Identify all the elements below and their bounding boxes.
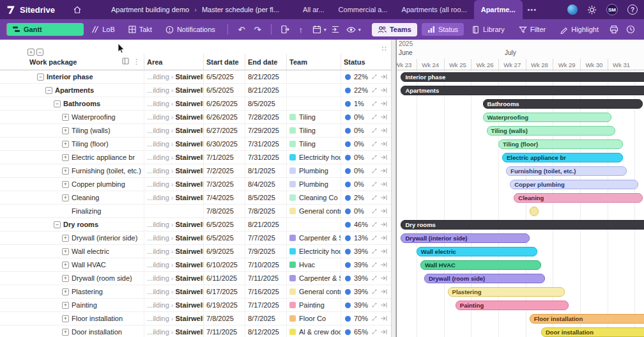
- team-cell[interactable]: Painting: [286, 299, 341, 311]
- gantt-bar[interactable]: Painting: [456, 301, 569, 310]
- calendar-icon[interactable]: [310, 22, 324, 36]
- settings-gear-icon[interactable]: [587, 5, 597, 15]
- area-cell[interactable]: ...ilding › Stairwell A: [144, 164, 203, 177]
- work-package-cell[interactable]: + Copper plumbing: [0, 178, 144, 191]
- work-package-cell[interactable]: + Plastering: [0, 285, 144, 298]
- team-cell[interactable]: Cleaning Co: [286, 191, 341, 204]
- go-to-bar-icon[interactable]: [380, 74, 387, 80]
- table-row[interactable]: + Tiling (floor) ...ilding › Stairwell A…: [0, 137, 391, 151]
- start-date-cell[interactable]: 6/30/2025: [203, 137, 245, 150]
- go-to-bar-icon[interactable]: [380, 87, 387, 93]
- end-date-cell[interactable]: 7/8/2025: [245, 205, 286, 217]
- gantt-bar[interactable]: Drywall (room side): [424, 274, 545, 283]
- work-package-cell[interactable]: + Drywall (interior side): [0, 231, 144, 244]
- work-package-cell[interactable]: − Apartments: [0, 84, 144, 97]
- start-date-cell[interactable]: 6/19/2025: [203, 299, 245, 311]
- col-header-end-date[interactable]: End date: [245, 54, 286, 70]
- team-cell[interactable]: Tiling: [286, 111, 341, 123]
- area-cell[interactable]: ...ilding › Stairwell A: [144, 124, 203, 137]
- expand-toggle[interactable]: +: [62, 248, 69, 255]
- end-date-cell[interactable]: 8/4/2025: [245, 178, 286, 191]
- start-date-cell[interactable]: 6/17/2025: [203, 285, 245, 298]
- breadcrumb-project[interactable]: Apartment building demo: [111, 6, 189, 13]
- end-date-cell[interactable]: 8/21/2025: [245, 84, 286, 97]
- end-date-cell[interactable]: 8/21/2025: [245, 70, 286, 83]
- gantt-bar[interactable]: Tiling (walls): [487, 126, 615, 136]
- expand-toggle[interactable]: +: [62, 288, 69, 295]
- work-package-cell[interactable]: + Electric appliance br: [0, 151, 144, 164]
- updates-icon[interactable]: [567, 4, 578, 15]
- go-to-bar-icon[interactable]: [380, 275, 387, 281]
- dependency-icon[interactable]: [371, 168, 378, 174]
- dependency-icon[interactable]: [371, 127, 378, 134]
- export-icon[interactable]: [278, 22, 292, 36]
- expand-toggle[interactable]: +: [62, 194, 69, 201]
- go-to-bar-icon[interactable]: [380, 181, 387, 187]
- start-date-cell[interactable]: 7/8/2025: [203, 205, 245, 217]
- expand-toggle[interactable]: −: [54, 100, 61, 107]
- area-cell[interactable]: ...ilding › Stairwell A: [144, 299, 203, 311]
- area-cell[interactable]: ...ilding › Stairwell A: [144, 151, 203, 164]
- work-package-cell[interactable]: − Dry rooms: [0, 218, 144, 231]
- area-cell[interactable]: ...ilding › Stairwell A: [144, 245, 203, 258]
- schedule-tab[interactable]: Apartments (all roo...: [395, 0, 474, 19]
- expand-toggle[interactable]: +: [62, 262, 69, 269]
- gantt-bar[interactable]: [530, 207, 539, 216]
- area-cell[interactable]: ...ilding › Stairwell A: [144, 84, 203, 97]
- dependency-icon[interactable]: [371, 248, 378, 255]
- lob-view-button[interactable]: LoB: [86, 23, 121, 36]
- gantt-bar[interactable]: Electric appliance br: [502, 153, 623, 162]
- expand-toggle[interactable]: +: [62, 127, 69, 134]
- dependency-icon[interactable]: [371, 100, 378, 107]
- team-cell[interactable]: Carpenter & S...: [286, 231, 341, 244]
- col-header-start-date[interactable]: Start date: [203, 54, 245, 70]
- expand-toggle[interactable]: +: [62, 329, 69, 336]
- table-row[interactable]: + Door installation ...ilding › Stairwel…: [0, 325, 391, 337]
- col-header-team[interactable]: Team: [286, 54, 341, 70]
- go-to-bar-icon[interactable]: [380, 100, 387, 107]
- start-date-cell[interactable]: 6/9/2025: [203, 245, 245, 258]
- undo-button[interactable]: ↶: [234, 22, 249, 36]
- table-row[interactable]: − Interior phase ...ilding › Stairwell A…: [0, 70, 391, 84]
- schedule-tab[interactable]: All ar...: [296, 0, 332, 19]
- table-row[interactable]: + Plastering ...ilding › Stairwell A 6/1…: [0, 285, 391, 299]
- area-cell[interactable]: ...ilding › Stairwell A: [144, 272, 203, 285]
- dependency-icon[interactable]: [371, 74, 378, 80]
- team-cell[interactable]: Electricity house: [286, 245, 341, 258]
- teams-toggle-button[interactable]: Teams: [372, 23, 417, 36]
- end-date-cell[interactable]: 8/12/2025: [245, 325, 286, 337]
- start-date-cell[interactable]: 6/5/2025: [203, 231, 245, 244]
- table-row[interactable]: − Bathrooms ...ilding › Stairwell A 6/26…: [0, 97, 391, 111]
- tabs-overflow-button[interactable]: •••: [523, 6, 542, 13]
- gantt-bar[interactable]: Plastering: [448, 287, 565, 297]
- gantt-bar[interactable]: Drywall (interior side): [401, 233, 529, 243]
- expand-toggle[interactable]: +: [62, 141, 69, 148]
- status-toggle-button[interactable]: Status: [422, 23, 464, 36]
- team-cell[interactable]: Plumbing: [286, 164, 341, 177]
- team-cell[interactable]: Floor Co: [286, 312, 341, 325]
- end-date-cell[interactable]: 7/28/2025: [245, 111, 286, 123]
- highlight-button[interactable]: Highlight: [554, 23, 604, 36]
- expand-toggle[interactable]: +: [62, 275, 69, 282]
- start-date-cell[interactable]: 6/5/2025: [203, 84, 245, 97]
- gantt-bar[interactable]: Cleaning: [514, 193, 642, 203]
- gantt-bar[interactable]: Copper plumbing: [510, 180, 638, 189]
- expand-toggle[interactable]: +: [62, 114, 69, 121]
- dependency-icon[interactable]: [371, 87, 378, 93]
- help-icon[interactable]: ?: [627, 4, 638, 15]
- panel-drag-handle[interactable]: ::: [381, 45, 387, 52]
- gantt-bar[interactable]: Door installation: [541, 327, 644, 337]
- dependency-icon[interactable]: [371, 302, 378, 308]
- work-package-cell[interactable]: − Interior phase: [0, 70, 144, 83]
- dependency-icon[interactable]: [371, 208, 378, 214]
- schedule-tab[interactable]: Commercial a...: [332, 0, 395, 19]
- takt-view-button[interactable]: Takt: [123, 23, 158, 36]
- dependency-icon[interactable]: [371, 329, 378, 335]
- area-cell[interactable]: ...ilding › Stairwell A: [144, 70, 203, 83]
- panel-resize-divider[interactable]: [391, 40, 396, 337]
- work-package-cell[interactable]: + Drywall (room side): [0, 272, 144, 285]
- brand[interactable]: Sitedrive: [6, 5, 55, 15]
- table-row[interactable]: + Waterproofing ...ilding › Stairwell A …: [0, 111, 391, 124]
- go-to-bar-icon[interactable]: [380, 194, 387, 201]
- gantt-bar[interactable]: Furnishing (toilet, etc.): [506, 166, 627, 176]
